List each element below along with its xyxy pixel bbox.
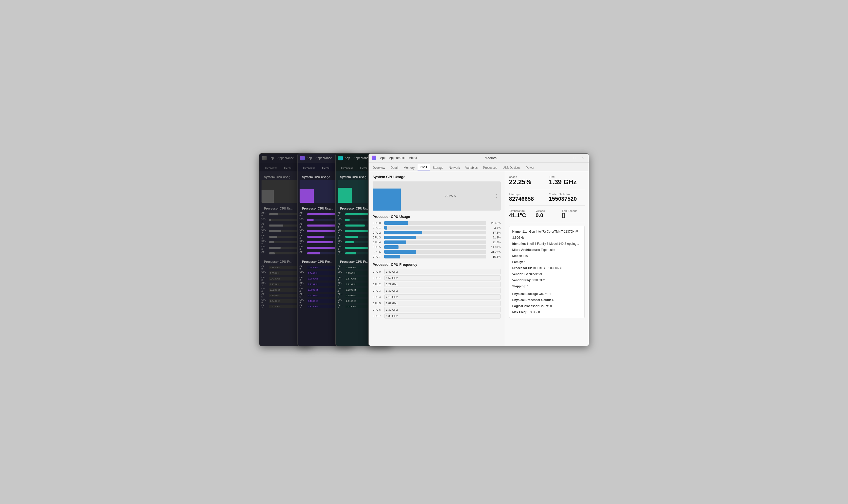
info-phys-pkg: Physical Package Count: 1	[513, 291, 582, 297]
cpu-label-5: CPU 5	[373, 246, 382, 249]
app-icon-1	[262, 156, 266, 160]
cpu-freq-row-7: CPU 71.39 GHz	[373, 313, 501, 319]
tab-power[interactable]: Power	[523, 164, 537, 171]
tab-network[interactable]: Network	[446, 164, 463, 171]
tab-cpu[interactable]: CPU	[417, 164, 430, 171]
cpu-content: System CPU Usage 22.25% ⋮ Processor CPU …	[368, 171, 589, 346]
tab-variables[interactable]: Variables	[463, 164, 480, 171]
cpu-bar-fill-7	[384, 255, 400, 258]
close-button[interactable]: ×	[579, 155, 586, 161]
cpu-pct-7: 15.6%	[488, 255, 501, 258]
maximize-button[interactable]: □	[572, 155, 578, 161]
cpu-freq-label-3: CPU 3	[373, 289, 382, 292]
cpu-usage-row-4: CPU 421.9%	[373, 240, 501, 244]
cpu-bar-fill-6	[384, 250, 416, 254]
system-cpu-chart: 22.25% ⋮	[373, 181, 501, 211]
app-icon-2	[300, 156, 305, 160]
cpu-bar-container-4	[384, 240, 486, 244]
info-logical-proc: Logical Processor Count: 8	[513, 303, 582, 309]
tab-overview-2[interactable]: Overview	[299, 165, 318, 171]
cpu-freq-row-3: CPU 33.30 GHz	[373, 288, 501, 293]
usage-stat-value: 22.25%	[509, 178, 545, 186]
cpu-left-panel: System CPU Usage 22.25% ⋮ Processor CPU …	[368, 171, 505, 346]
cpu-bar-container-5	[384, 245, 486, 249]
processor-cpu-usage-title: Processor CPU Usage	[373, 215, 501, 219]
app-icon-3	[338, 156, 343, 160]
cpu-bar-fill-0	[384, 221, 408, 225]
appearance-menu-1[interactable]: Appearance'	[277, 156, 294, 160]
app-menu-2[interactable]: App	[307, 156, 312, 160]
appearance-menu-2[interactable]: Appearance	[315, 156, 332, 160]
main-app-menu[interactable]: App	[380, 156, 385, 160]
minimize-button[interactable]: −	[565, 155, 571, 161]
cpu-pct-1: 3.1%	[488, 226, 501, 229]
info-processor-id: Processor ID: BFEBFBFF000806C1	[513, 265, 582, 271]
cpu-pct-3: 31.2%	[488, 236, 501, 239]
tab-overview-1[interactable]: Overview	[261, 165, 280, 171]
cpu-bar-fill-5	[384, 245, 398, 249]
chart-dots-menu[interactable]: ⋮	[495, 194, 499, 198]
cpu-usage-row-3: CPU 331.2%	[373, 236, 501, 239]
cpu-right-panel: Usage 22.25% Freq 1.39 GHz Interrupts 82…	[505, 171, 589, 346]
info-vendor: Vendor: GenuineIntel	[513, 271, 582, 277]
stats-grid-mid: Interrupts 82746658 Context Switches 155…	[509, 193, 585, 206]
cpu-pct-2: 37.5%	[488, 231, 501, 234]
cpu-usage-row-1: CPU 13.1%	[373, 226, 501, 230]
cpu-freq-label-2: CPU 2	[373, 283, 382, 286]
tab-detail-1[interactable]: Detail	[280, 165, 295, 171]
cpu-bar-fill-4	[384, 240, 406, 244]
stat-context-switches: Context Switches 155037520	[549, 193, 585, 202]
cpu-usage-row-6: CPU 631.23%	[373, 250, 501, 254]
cpu-pct-4: 21.9%	[488, 241, 501, 244]
desktop: App Appearance' Overview Detail M System…	[259, 153, 589, 351]
usage-stat-label: Usage	[509, 175, 545, 178]
appearance-menu-3[interactable]: Appearance	[353, 156, 370, 160]
tab-processes[interactable]: Processes	[481, 164, 500, 171]
main-window: App Appearance About MooInfo − □ × Overv…	[368, 153, 589, 346]
fan-speeds-value: []	[562, 212, 585, 218]
stat-temperature: Temperature 41.1°C	[509, 209, 532, 218]
app-menu-1[interactable]: App	[269, 156, 274, 160]
app-menu-3[interactable]: App	[345, 156, 350, 160]
cpu-bar-container-0	[384, 221, 486, 225]
shadow-chart-bar-3	[338, 188, 352, 203]
tab-overview[interactable]: Overview	[370, 164, 388, 171]
tab-storage[interactable]: Storage	[430, 164, 446, 171]
main-appearance-menu[interactable]: Appearance	[389, 156, 405, 160]
main-about-menu[interactable]: About	[409, 156, 417, 160]
tab-usb-devices[interactable]: USB Devices	[500, 164, 523, 171]
stats-grid-bot: Temperature 41.1°C Voltage 0.0 Fan Speed…	[509, 209, 585, 222]
cpu-freq-label-7: CPU 7	[373, 314, 382, 318]
main-window-title: MooInfo	[419, 156, 563, 160]
info-phys-proc: Physical Processor Count: 4	[513, 297, 582, 303]
processor-cpu-usage-section: Processor CPU Usage CPU 023.48%CPU 13.1%…	[373, 215, 501, 258]
info-stepping: Stepping: 1	[513, 283, 582, 289]
cpu-freq-label-4: CPU 4	[373, 295, 382, 299]
info-max-freq: Max Freq: 3.30 GHz	[513, 309, 582, 315]
tab-detail-2[interactable]: Detail	[318, 165, 333, 171]
cpu-label-1: CPU 1	[373, 226, 382, 229]
freq-stat-label: Freq	[549, 175, 585, 178]
system-cpu-title: System CPU Usage	[373, 175, 501, 179]
tab-memory[interactable]: Memory	[401, 164, 417, 171]
cpu-freq-label-0: CPU 0	[373, 270, 382, 273]
cpu-freq-row-4: CPU 42.15 GHz	[373, 294, 501, 300]
info-family: Family: 6	[513, 259, 582, 265]
tab-detail[interactable]: Detail	[388, 164, 401, 171]
processor-cpu-freq-title: Processor CPU Frequency	[373, 263, 501, 267]
cpu-label-0: CPU 0	[373, 221, 382, 224]
cpu-freq-row-5: CPU 52.87 GHz	[373, 301, 501, 306]
cpu-freq-value-2: 3.27 GHz	[384, 282, 501, 287]
cpu-bar-container-6	[384, 250, 486, 254]
cpu-usage-row-0: CPU 023.48%	[373, 221, 501, 225]
interrupts-value: 82746658	[509, 196, 545, 202]
shadow-chart-bar-2	[299, 189, 314, 203]
cpu-bar-container-2	[384, 231, 486, 234]
voltage-value: 0.0	[536, 212, 558, 218]
context-switches-value: 155037520	[549, 196, 585, 202]
shadow-chart-bar-1	[261, 190, 274, 203]
cpu-freq-rows: CPU 01.49 GHzCPU 11.52 GHzCPU 23.27 GHzC…	[373, 269, 501, 319]
cpu-label-3: CPU 3	[373, 236, 382, 239]
tab-overview-3[interactable]: Overview	[338, 165, 357, 171]
cpu-bar-fill-1	[384, 226, 387, 230]
